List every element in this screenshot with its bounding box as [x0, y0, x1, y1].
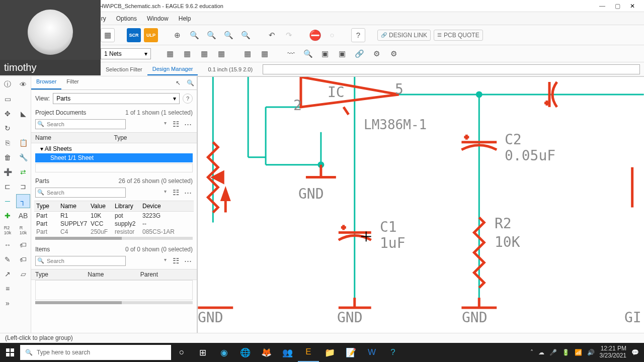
dropdown-icon[interactable]: ▾: [164, 189, 167, 194]
tag-tool-icon[interactable]: 🏷: [16, 238, 30, 252]
delete-tool-icon[interactable]: 🗑: [1, 150, 15, 164]
help-taskbar-icon[interactable]: ?: [382, 343, 404, 362]
paste-tool-icon[interactable]: 📋: [16, 136, 30, 150]
gear2-icon[interactable]: ⚙: [386, 47, 400, 61]
eagle-icon[interactable]: E: [298, 343, 319, 362]
dropdown-icon[interactable]: ▾: [164, 120, 167, 126]
tray-battery-icon[interactable]: 🔋: [562, 349, 570, 356]
dm-search-icon[interactable]: 🔍: [185, 77, 196, 88]
wrench-tool-icon[interactable]: 🔧: [16, 150, 30, 164]
dm-more-icon[interactable]: ⋯: [183, 188, 193, 198]
drc-icon[interactable]: ▣: [335, 47, 349, 61]
minimize-button[interactable]: —: [595, 1, 610, 11]
pcb-quote-button[interactable]: ☰ PCB QUOTE: [434, 30, 483, 41]
board-icon[interactable]: ▦: [101, 28, 115, 42]
dm-tree-allsheets[interactable]: ▾ All Sheets: [35, 144, 193, 153]
dm-pcol-library[interactable]: Library: [115, 203, 142, 210]
dm-list-icon[interactable]: ☷: [171, 188, 181, 198]
erc-icon[interactable]: ▣: [318, 47, 332, 61]
replace-tool-icon[interactable]: ⇄: [16, 165, 30, 179]
undo-icon[interactable]: ↶: [265, 28, 279, 42]
zoom-redraw-icon[interactable]: 🔍: [238, 28, 253, 42]
r2-tool-icon[interactable]: R210k: [1, 223, 15, 237]
tray-volume-icon[interactable]: 🔊: [587, 349, 595, 356]
dm-pcol-type[interactable]: Type: [36, 203, 60, 210]
junction-tool-icon[interactable]: ✚: [1, 209, 15, 223]
invoke-tool-icon[interactable]: ⊐: [16, 179, 30, 194]
dropdown-icon[interactable]: ▾: [164, 257, 167, 262]
dm-icol-name[interactable]: Name: [88, 271, 140, 278]
mirror-tool-icon[interactable]: ◣: [16, 107, 30, 121]
menu-options[interactable]: Options: [112, 13, 141, 24]
search-tool-icon[interactable]: 🔍: [301, 47, 315, 61]
dm-list-icon[interactable]: ☷: [171, 119, 181, 129]
dm-list-icon[interactable]: ☷: [171, 256, 181, 266]
chrome-icon[interactable]: 🌐: [234, 343, 256, 362]
tab-design-manager[interactable]: Design Manager: [147, 63, 198, 75]
close-button[interactable]: ✕: [625, 1, 640, 11]
firefox-icon[interactable]: 🦊: [256, 343, 277, 362]
pencil-tool-icon[interactable]: ✎: [1, 252, 15, 266]
grid-icon-4[interactable]: ▦: [214, 47, 228, 61]
copy-tool-icon[interactable]: ⎘: [1, 136, 15, 150]
wave-icon[interactable]: 〰: [284, 47, 298, 61]
dm-items-search[interactable]: [35, 256, 126, 266]
tray-notifications-icon[interactable]: 💬: [631, 349, 639, 356]
label-tool-icon[interactable]: AB: [16, 209, 30, 223]
go-icon[interactable]: ○: [325, 28, 339, 42]
polygon-tool-icon[interactable]: ▱: [16, 267, 30, 281]
dm-parts-scrollbar[interactable]: [35, 237, 193, 240]
gear-icon[interactable]: ⚙: [369, 47, 383, 61]
dm-icol-parent[interactable]: Parent: [140, 271, 193, 278]
scr-button[interactable]: SCR: [127, 28, 141, 42]
r-tool-icon[interactable]: R10k: [16, 223, 30, 237]
price-tool-icon[interactable]: 🏷: [16, 252, 30, 266]
dimension-tool-icon[interactable]: ↔: [1, 238, 15, 252]
dm-parts-search[interactable]: [35, 188, 126, 198]
dm-pcol-name[interactable]: Name: [60, 203, 91, 210]
zoom-fit-icon[interactable]: ⊕: [170, 28, 184, 42]
zoom-out-icon[interactable]: 🔍: [204, 28, 218, 42]
dm-projdocs-search[interactable]: [35, 119, 126, 129]
stop-icon[interactable]: ⛔: [308, 28, 322, 42]
tray-wifi-icon[interactable]: 📶: [575, 349, 582, 356]
move-tool-icon[interactable]: ✥: [1, 107, 15, 121]
dm-pcol-device[interactable]: Device: [142, 203, 173, 210]
dm-pointer-icon[interactable]: ↖: [173, 77, 184, 88]
net-tool-icon[interactable]: ─: [1, 194, 15, 208]
help-icon[interactable]: ?: [351, 28, 365, 42]
grid-icon-2[interactable]: ▦: [180, 47, 194, 61]
rotate-tool-icon[interactable]: ↻: [1, 121, 15, 135]
taskbar-search[interactable]: 🔍 Type here to search: [20, 345, 171, 360]
dm-more-icon[interactable]: ⋯: [183, 256, 193, 266]
grid-icon-5[interactable]: ▦: [240, 47, 255, 61]
nets-selector[interactable]: 1 Nets▾: [101, 48, 151, 59]
select-tool-icon[interactable]: ▭: [1, 92, 15, 106]
dm-col-type[interactable]: Type: [114, 134, 193, 141]
grid-icon-6[interactable]: ▦: [258, 47, 272, 61]
dm-tab-browser[interactable]: Browser: [31, 76, 61, 89]
word-icon[interactable]: W: [361, 343, 382, 362]
table-row[interactable]: PartSUPPLY7VCCsupply2--: [34, 220, 194, 228]
dm-tree-sheet1[interactable]: Sheet 1/1 Sheet: [35, 153, 193, 162]
grid-icon-3[interactable]: ▦: [197, 47, 211, 61]
bus-tool-icon[interactable]: ≡: [1, 282, 15, 296]
edge-icon[interactable]: ◉: [213, 343, 234, 362]
link-icon[interactable]: 🔗: [352, 47, 366, 61]
gate-tool-icon[interactable]: ⊏: [1, 179, 15, 194]
expand-palette-icon[interactable]: »: [1, 296, 15, 310]
split-tool-icon[interactable]: ↗: [1, 267, 15, 281]
table-row[interactable]: PartC4250uFresistor085CS-1AR: [34, 228, 194, 236]
tray-mic-icon[interactable]: 🎤: [549, 349, 557, 356]
redo-icon[interactable]: ↷: [282, 28, 296, 42]
dm-more-icon[interactable]: ⋯: [183, 119, 193, 129]
start-button[interactable]: [0, 343, 20, 362]
ulp-button[interactable]: ULP: [144, 28, 158, 42]
dm-col-name[interactable]: Name: [35, 134, 114, 141]
notepad-icon[interactable]: 📝: [340, 343, 361, 362]
show-tool-icon[interactable]: 👁: [16, 77, 30, 92]
zoom-window-icon[interactable]: 🔍: [221, 28, 235, 42]
teams-icon[interactable]: 👥: [277, 343, 298, 362]
dm-items-scrollbar[interactable]: [35, 301, 193, 304]
explorer-icon[interactable]: 📁: [319, 343, 340, 362]
